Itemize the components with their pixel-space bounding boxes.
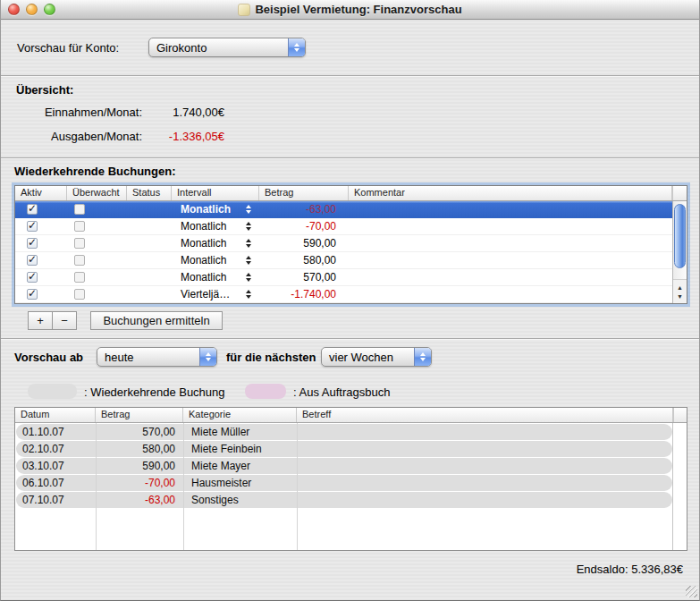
scroll-down-arrow[interactable]: ▼ xyxy=(677,292,683,300)
remove-booking-button[interactable]: − xyxy=(52,311,77,330)
legend-swatch-orderbook xyxy=(245,384,286,399)
aktiv-checkbox[interactable] xyxy=(27,255,38,266)
aktiv-checkbox[interactable] xyxy=(27,289,38,300)
interval-stepper-icon[interactable] xyxy=(246,205,251,214)
kommentar-cell xyxy=(349,218,672,234)
forecast-table-body: 01.10.07570,00Miete Müller02.10.07580,00… xyxy=(15,423,687,550)
aktiv-checkbox[interactable] xyxy=(27,238,38,249)
datum-cell: 01.10.07 xyxy=(16,424,97,440)
datum-cell: 03.10.07 xyxy=(16,458,97,474)
interval-stepper-icon[interactable] xyxy=(246,273,251,282)
forecast-from-value: heute xyxy=(97,351,199,364)
interval-popup-cell[interactable]: Monatlich xyxy=(172,201,259,217)
column-header-betreff[interactable]: Betreff xyxy=(297,408,673,422)
datum-cell: 07.10.07 xyxy=(16,492,97,508)
vertical-scrollbar[interactable]: ▲ ▼ xyxy=(672,201,687,303)
recurring-row[interactable]: Monatlich570,00 xyxy=(15,269,672,286)
aktiv-checkbox[interactable] xyxy=(27,204,38,215)
betrag-value: 580,00 xyxy=(303,254,336,267)
forecast-range-popup[interactable]: vier Wochen xyxy=(321,347,432,367)
ueberwacht-checkbox[interactable] xyxy=(74,289,85,300)
scrollbar-thumb[interactable] xyxy=(674,204,686,268)
ueberwacht-checkbox[interactable] xyxy=(74,221,85,232)
ueberwacht-checkbox[interactable] xyxy=(74,272,85,283)
interval-stepper-icon[interactable] xyxy=(246,222,251,231)
endsaldo-value: 5.336,83€ xyxy=(631,563,683,576)
interval-stepper-icon[interactable] xyxy=(246,239,251,248)
betrag-value: 570,00 xyxy=(142,426,175,438)
column-header-aktiv[interactable]: Aktiv xyxy=(15,186,67,200)
recurring-row[interactable]: Monatlich-70,00 xyxy=(15,218,672,235)
kategorie-cell: Miete Mayer xyxy=(184,458,298,474)
status-cell xyxy=(127,252,172,268)
aktiv-checkbox[interactable] xyxy=(27,272,38,283)
betrag-value: -70,00 xyxy=(306,220,336,233)
account-popup[interactable]: Girokonto xyxy=(148,38,306,57)
column-header-betrag[interactable]: Betrag xyxy=(259,186,349,200)
income-value: 1.740,00€ xyxy=(142,106,224,119)
scroll-up-arrow[interactable]: ▲ xyxy=(677,284,683,292)
scrollbar-header-spacer xyxy=(672,186,687,200)
forecast-row[interactable]: 01.10.07570,00Miete Müller xyxy=(16,424,672,440)
ueberwacht-checkbox[interactable] xyxy=(74,204,85,215)
interval-stepper-icon[interactable] xyxy=(246,256,251,265)
add-booking-button[interactable]: + xyxy=(28,311,53,330)
zoom-button[interactable] xyxy=(44,4,55,15)
betrag-value: -63,00 xyxy=(145,494,175,506)
determine-bookings-button[interactable]: Buchungen ermitteln xyxy=(90,311,223,330)
column-header-kommentar[interactable]: Kommentar xyxy=(349,186,672,200)
forecast-table[interactable]: DatumBetragKategorieBetreff 01.10.07570,… xyxy=(14,407,687,551)
status-cell xyxy=(127,286,172,302)
column-divider xyxy=(297,423,298,550)
column-header-betrag[interactable]: Betrag xyxy=(96,408,183,422)
recurring-heading: Wiederkehrende Buchungen: xyxy=(14,165,175,178)
ueberwacht-checkbox[interactable] xyxy=(74,255,85,266)
recurring-row[interactable]: Vierteljä…-1.740,00 xyxy=(15,286,672,303)
interval-popup-cell[interactable]: Monatlich xyxy=(172,218,259,234)
interval-stepper-icon[interactable] xyxy=(246,290,251,299)
column-header-intervall[interactable]: Intervall xyxy=(172,186,259,200)
betrag-value: 590,00 xyxy=(303,237,336,250)
aktiv-checkbox[interactable] xyxy=(27,221,38,232)
forecast-row[interactable]: 02.10.07580,00Miete Feinbein xyxy=(16,441,672,457)
column-header-überwacht[interactable]: Überwacht xyxy=(67,186,127,200)
recurring-row[interactable]: Monatlich590,00 xyxy=(15,235,672,252)
overview-heading: Übersicht: xyxy=(16,83,73,97)
account-popup-value: Girokonto xyxy=(149,41,288,55)
datum-cell: 06.10.07 xyxy=(16,475,97,491)
resize-grip-icon[interactable] xyxy=(686,586,697,597)
interval-popup-cell[interactable]: Monatlich xyxy=(172,235,259,251)
minimize-button[interactable] xyxy=(26,4,38,15)
window-title: Beispiel Vermietung: Finanzvorschau xyxy=(255,3,461,16)
interval-popup-cell[interactable]: Vierteljä… xyxy=(172,286,259,302)
betreff-cell xyxy=(298,458,672,474)
kommentar-cell xyxy=(349,252,672,268)
kategorie-cell: Hausmeister xyxy=(184,475,298,491)
column-header-kategorie[interactable]: Kategorie xyxy=(183,408,297,422)
kommentar-cell xyxy=(349,286,672,302)
forecast-row[interactable]: 07.10.07-63,00Sonstiges xyxy=(16,492,672,508)
legend-swatch-recurring xyxy=(28,384,77,399)
betreff-cell xyxy=(298,475,672,491)
forecast-row[interactable]: 03.10.07590,00Miete Mayer xyxy=(16,458,672,474)
ueberwacht-checkbox[interactable] xyxy=(74,238,85,249)
kategorie-cell: Sonstiges xyxy=(184,492,298,508)
recurring-table-body: Monatlich-63,00Monatlich-70,00Monatlich5… xyxy=(15,201,672,303)
recurring-table[interactable]: AktivÜberwachtStatusIntervallBetragKomme… xyxy=(14,185,687,304)
close-button[interactable] xyxy=(8,4,20,15)
interval-popup-cell[interactable]: Monatlich xyxy=(172,269,259,285)
recurring-row[interactable]: Monatlich-63,00 xyxy=(15,201,672,218)
column-divider xyxy=(183,423,184,550)
income-label: Einnahmen/Monat: xyxy=(1,106,142,119)
betrag-value: -1.740,00 xyxy=(291,288,336,300)
forecast-from-popup[interactable]: heute xyxy=(97,347,217,367)
column-header-datum[interactable]: Datum xyxy=(15,408,96,422)
window-titlebar[interactable]: Beispiel Vermietung: Finanzvorschau xyxy=(1,0,699,20)
forecast-row[interactable]: 06.10.07-70,00Hausmeister xyxy=(16,475,672,491)
interval-popup-cell[interactable]: Monatlich xyxy=(172,252,259,268)
column-header-status[interactable]: Status xyxy=(127,186,172,200)
expenses-value: -1.336,05€ xyxy=(142,130,224,143)
recurring-row[interactable]: Monatlich580,00 xyxy=(15,252,672,269)
window-proxy-icon xyxy=(238,4,250,16)
legend-orderbook-label: : Aus Auftragsbuch xyxy=(293,385,390,399)
